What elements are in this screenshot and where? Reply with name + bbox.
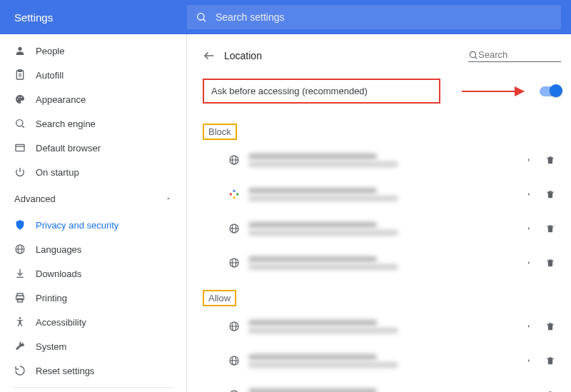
search-icon — [468, 50, 478, 60]
globe-icon — [228, 257, 248, 268]
svg-line-1 — [203, 19, 206, 21]
globe-icon — [228, 321, 248, 332]
svg-line-11 — [22, 126, 24, 128]
divider — [13, 387, 173, 388]
sidebar-item-label: People — [36, 46, 64, 56]
delete-site-button[interactable] — [540, 356, 561, 366]
reset-icon — [14, 365, 36, 376]
ask-before-accessing-row: Ask before accessing (recommended) — [203, 79, 561, 104]
sidebar-item-reset-settings[interactable]: Reset settings — [0, 358, 186, 383]
svg-point-8 — [19, 96, 20, 98]
svg-point-0 — [198, 14, 204, 20]
person-icon — [14, 45, 36, 56]
globe-icon — [228, 355, 248, 366]
site-row — [203, 143, 561, 177]
svg-rect-37 — [547, 226, 553, 227]
sidebar-item-label: Search engine — [36, 119, 96, 129]
globe-icon — [14, 243, 36, 255]
main-content: Location Ask before accessing (recommend… — [187, 34, 571, 392]
ask-toggle[interactable] — [540, 86, 561, 96]
advanced-label: Advanced — [14, 194, 56, 204]
svg-rect-28 — [547, 158, 553, 159]
print-icon — [14, 292, 36, 303]
svg-point-23 — [470, 51, 475, 57]
annotation-arrow — [462, 91, 524, 92]
browser-icon — [14, 142, 36, 154]
site-details-button[interactable] — [518, 190, 540, 198]
page-header: Location — [203, 43, 561, 69]
ask-before-accessing-label: Ask before accessing (recommended) — [203, 79, 440, 104]
delete-site-button[interactable] — [540, 223, 561, 233]
search-icon — [187, 11, 216, 23]
sidebar-item-search-engine[interactable]: Search engine — [0, 111, 186, 136]
site-text — [248, 154, 518, 167]
page-search-input[interactable] — [478, 49, 561, 60]
svg-point-10 — [16, 120, 23, 126]
sidebar-item-autofill[interactable]: Autofill — [0, 63, 186, 87]
sidebar-item-accessibility[interactable]: Accessibility — [0, 310, 186, 334]
shield-icon — [14, 219, 36, 231]
site-details-button[interactable] — [518, 322, 540, 331]
sidebar-item-downloads[interactable]: Downloads — [0, 261, 186, 286]
download-icon — [14, 268, 36, 279]
svg-point-7 — [17, 99, 19, 100]
svg-point-32 — [236, 193, 238, 195]
site-text — [248, 388, 518, 393]
app-title: Settings — [0, 11, 187, 24]
top-search[interactable] — [187, 5, 561, 29]
svg-point-2 — [18, 47, 21, 51]
back-button[interactable] — [203, 49, 224, 62]
sidebar-item-label: Downloads — [36, 268, 81, 279]
svg-point-30 — [230, 193, 232, 195]
top-search-input[interactable] — [216, 11, 561, 23]
sidebar-item-on-startup[interactable]: On startup — [0, 160, 186, 184]
sidebar: PeopleAutofillAppearanceSearch engineDef… — [0, 34, 187, 392]
sidebar-item-appearance[interactable]: Appearance — [0, 87, 186, 111]
sidebar-item-languages[interactable]: Languages — [0, 237, 186, 261]
svg-line-24 — [475, 56, 477, 59]
search-icon — [14, 118, 36, 129]
palette-icon — [14, 94, 36, 105]
wrench-icon — [14, 341, 36, 352]
page-search[interactable] — [468, 49, 561, 62]
globe-icon — [228, 154, 248, 166]
sidebar-item-label: Privacy and security — [36, 220, 118, 231]
delete-site-button[interactable] — [540, 321, 561, 331]
sidebar-item-label: Printing — [36, 293, 67, 303]
site-row — [203, 309, 561, 343]
site-details-button[interactable] — [518, 224, 540, 233]
site-row — [203, 378, 561, 392]
power-icon — [14, 166, 36, 178]
sidebar-item-default-browser[interactable]: Default browser — [0, 136, 186, 160]
svg-point-21 — [19, 317, 21, 319]
site-row — [203, 177, 561, 211]
delete-site-button[interactable] — [540, 189, 561, 199]
globe-icon — [228, 389, 248, 392]
sidebar-item-label: On startup — [36, 167, 79, 178]
sidebar-item-privacy-and-security[interactable]: Privacy and security — [0, 213, 186, 237]
delete-site-button[interactable] — [540, 155, 561, 165]
svg-rect-41 — [547, 261, 553, 261]
page-title: Location — [224, 50, 468, 61]
sidebar-item-label: Autofill — [36, 70, 64, 81]
google-icon — [228, 189, 248, 200]
site-row — [203, 211, 561, 246]
delete-site-button[interactable] — [540, 258, 561, 268]
site-details-button[interactable] — [518, 258, 540, 267]
advanced-section-toggle[interactable]: Advanced — [0, 184, 186, 213]
site-details-button[interactable] — [518, 156, 540, 164]
block-section-label: Block — [203, 124, 237, 140]
sidebar-item-printing[interactable]: Printing — [0, 286, 186, 310]
sidebar-item-label: Languages — [36, 244, 81, 255]
svg-rect-45 — [547, 324, 553, 325]
allow-section-label: Allow — [203, 290, 236, 306]
svg-point-9 — [21, 96, 22, 98]
top-bar: Settings — [0, 0, 571, 34]
globe-icon — [228, 223, 248, 234]
site-details-button[interactable] — [518, 356, 540, 365]
sidebar-item-system[interactable]: System — [0, 334, 186, 358]
sidebar-item-label: Reset settings — [36, 366, 94, 376]
site-text — [248, 222, 518, 236]
sidebar-item-label: Default browser — [36, 143, 101, 154]
sidebar-item-people[interactable]: People — [0, 39, 186, 63]
